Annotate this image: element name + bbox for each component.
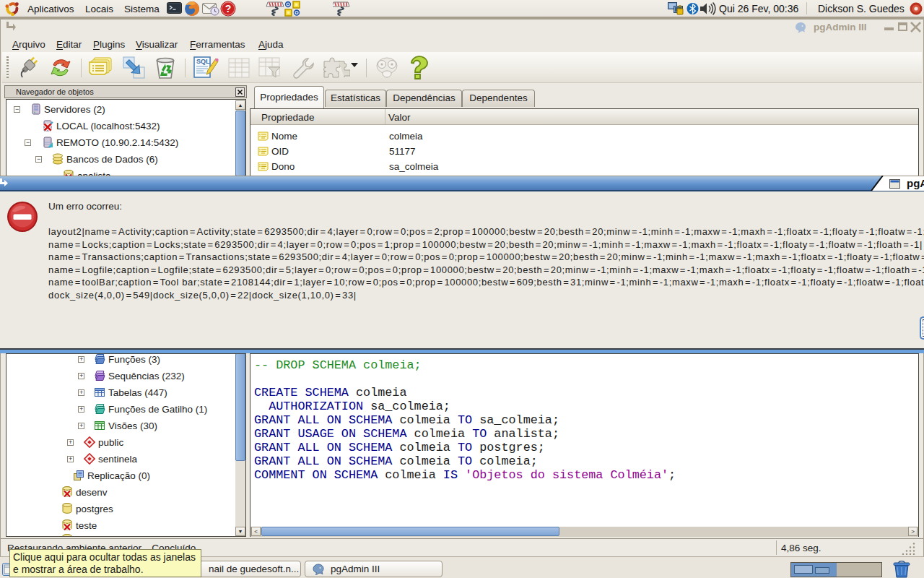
svg-text:?: ? (225, 3, 232, 14)
svg-text:SQL: SQL (196, 58, 210, 65)
